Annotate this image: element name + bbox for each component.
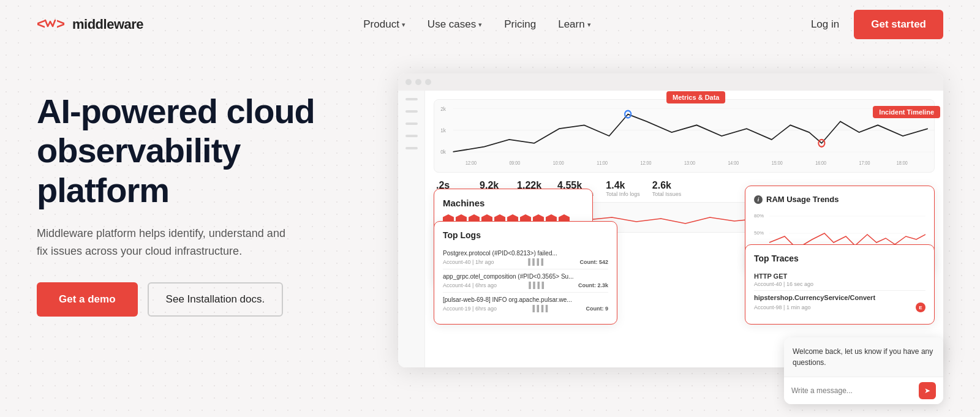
svg-text:16:00: 16:00 xyxy=(815,160,826,167)
svg-text:2k: 2k xyxy=(440,105,446,112)
log-count: Count: 542 xyxy=(579,259,608,265)
hero-subtitle: Middleware platform helps identify, unde… xyxy=(37,225,294,260)
svg-text:09:00: 09:00 xyxy=(509,160,520,167)
nav-link-pricing[interactable]: Pricing xyxy=(504,18,536,31)
installation-docs-button[interactable]: See Installation docs. xyxy=(148,282,284,317)
chat-send-button[interactable]: ➤ xyxy=(919,382,936,399)
svg-text:12:00: 12:00 xyxy=(641,160,652,167)
log-text: app_grpc.otel_composition (#PID<0.3565> … xyxy=(443,273,608,280)
top-traces-title: Top Traces xyxy=(754,254,925,263)
svg-text:80%: 80% xyxy=(754,213,764,219)
metrics-data-label: Metrics & Data xyxy=(666,91,725,103)
svg-text:<: < xyxy=(37,15,45,32)
sidebar-item xyxy=(405,122,418,125)
log-entry: app_grpc.otel_composition (#PID<0.3565> … xyxy=(443,269,608,293)
stat-infologs-label: Total Info logs xyxy=(606,191,640,197)
svg-text:15:00: 15:00 xyxy=(772,160,783,167)
stat-infologs-value: 1.4k xyxy=(606,180,640,191)
trace-account: Account-40 | 16 sec ago xyxy=(754,281,813,287)
chat-input[interactable] xyxy=(791,386,914,395)
svg-text:10:00: 10:00 xyxy=(553,160,564,167)
window-dot-red xyxy=(405,79,412,85)
trace-entry: hipstershop.CurrencyService/Convert Acco… xyxy=(754,291,925,315)
nav-right: Log in Get started xyxy=(811,10,943,39)
get-started-button[interactable]: Get started xyxy=(854,10,943,39)
svg-text:14:00: 14:00 xyxy=(728,160,739,167)
ram-card-title: i RAM Usage Trends xyxy=(754,195,925,204)
navbar: < > middleware Product ▾ Use cases ▾ Pri… xyxy=(0,0,980,49)
get-demo-button[interactable]: Get a demo xyxy=(37,282,138,317)
sidebar-item xyxy=(405,98,418,100)
top-logs-card: Top Logs Postgrex.protocol (#PID<0.8213>… xyxy=(434,221,617,325)
incident-timeline-label: Incident Timeline xyxy=(873,106,940,118)
trace-account: Account-98 | 1 min ago xyxy=(754,304,810,310)
top-logs-title: Top Logs xyxy=(443,230,608,240)
chart-svg: 2k 1k 0k 12:00 09:00 10:00 11:00 xyxy=(434,100,934,172)
log-text: [pulsar-web-69-8] INFO org.apache.pulsar… xyxy=(443,296,608,303)
nav-link-product[interactable]: Product ▾ xyxy=(363,18,405,31)
svg-text:50%: 50% xyxy=(754,230,764,236)
sidebar-item xyxy=(405,135,418,137)
brand-name: middleware xyxy=(72,17,143,32)
log-entry: Postgrex.protocol (#PID<0.8213>) failed.… xyxy=(443,246,608,269)
log-entry: [pulsar-web-69-8] INFO org.apache.pulsar… xyxy=(443,293,608,315)
nav-link-learn[interactable]: Learn ▾ xyxy=(558,18,590,31)
svg-text:12:00: 12:00 xyxy=(466,160,477,167)
svg-text:>: > xyxy=(56,15,65,32)
svg-text:1k: 1k xyxy=(440,127,446,134)
svg-text:11:00: 11:00 xyxy=(597,160,608,167)
hero-title: AI-powered cloud observability platform xyxy=(37,92,374,210)
svg-text:13:00: 13:00 xyxy=(684,160,695,167)
sidebar-item xyxy=(405,110,418,113)
trace-error-badge: E xyxy=(916,302,925,312)
dashboard-body: Metrics & Data Incident Timeline 2k 1k 0… xyxy=(398,91,943,367)
logo-area[interactable]: < > middleware xyxy=(37,15,143,34)
log-account: Account-44 | 6hrs ago xyxy=(443,282,497,288)
dashboard-area: Metrics & Data Incident Timeline 2k 1k 0… xyxy=(398,73,943,404)
left-side: AI-powered cloud observability platform … xyxy=(37,73,374,317)
info-icon: i xyxy=(754,195,763,204)
window-dot-green xyxy=(425,79,431,85)
window-dot-yellow xyxy=(415,79,421,85)
send-icon: ➤ xyxy=(924,386,930,395)
metrics-chart: Metrics & Data Incident Timeline 2k 1k 0… xyxy=(434,99,935,173)
chevron-down-icon: ▾ xyxy=(402,21,405,29)
nav-item-product[interactable]: Product ▾ xyxy=(363,18,405,31)
log-meta: Account-44 | 6hrs ago ▌▌▌▌ Count: 2.3k xyxy=(443,282,608,288)
log-meta: Account-19 | 6hrs ago ▌▌▌▌ Count: 9 xyxy=(443,305,608,312)
nav-item-pricing[interactable]: Pricing xyxy=(504,18,536,31)
svg-text:0k: 0k xyxy=(440,149,446,156)
nav-link-usecases[interactable]: Use cases ▾ xyxy=(428,18,482,31)
window-titlebar xyxy=(398,73,943,91)
chevron-down-icon: ▾ xyxy=(587,21,591,29)
dashboard-main: Metrics & Data Incident Timeline 2k 1k 0… xyxy=(425,91,943,367)
main-content: AI-powered cloud observability platform … xyxy=(0,49,980,404)
log-bar-icon: ▌▌▌▌ xyxy=(528,258,545,265)
stat-totalissues-value: 2.6k xyxy=(652,180,682,191)
sidebar-item xyxy=(405,147,418,149)
top-traces-card: Top Traces HTTP GET Account-40 | 16 sec … xyxy=(745,244,935,325)
stat-totalissues-label: Total Issues xyxy=(652,191,682,197)
trace-entry: HTTP GET Account-40 | 16 sec ago xyxy=(754,269,925,291)
log-bar-icon: ▌▌▌▌ xyxy=(529,282,546,288)
log-meta: Account-40 | 1hr ago ▌▌▌▌ Count: 542 xyxy=(443,258,608,265)
middleware-logo-icon: < > xyxy=(37,15,67,34)
dashboard-window: Metrics & Data Incident Timeline 2k 1k 0… xyxy=(398,73,943,367)
trace-meta: Account-98 | 1 min ago E xyxy=(754,302,925,312)
svg-text:18:00: 18:00 xyxy=(897,160,908,167)
nav-item-learn[interactable]: Learn ▾ xyxy=(558,18,590,31)
svg-text:17:00: 17:00 xyxy=(859,160,870,167)
chevron-down-icon: ▾ xyxy=(478,21,482,29)
chat-widget: Welcome back, let us know if you have an… xyxy=(784,337,943,404)
log-account: Account-19 | 6hrs ago xyxy=(443,306,497,312)
log-count: Count: 2.3k xyxy=(578,282,608,288)
stat-totalissues: 2.6k Total Issues xyxy=(652,180,682,197)
log-account: Account-40 | 1hr ago xyxy=(443,259,494,265)
log-bar-icon: ▌▌▌▌ xyxy=(533,305,550,312)
trace-method: HTTP GET xyxy=(754,272,925,280)
trace-method: hipstershop.CurrencyService/Convert xyxy=(754,294,925,301)
trace-meta: Account-40 | 16 sec ago xyxy=(754,281,925,287)
login-link[interactable]: Log in xyxy=(811,18,839,31)
nav-item-usecases[interactable]: Use cases ▾ xyxy=(428,18,482,31)
machines-title: Machines xyxy=(443,198,584,208)
